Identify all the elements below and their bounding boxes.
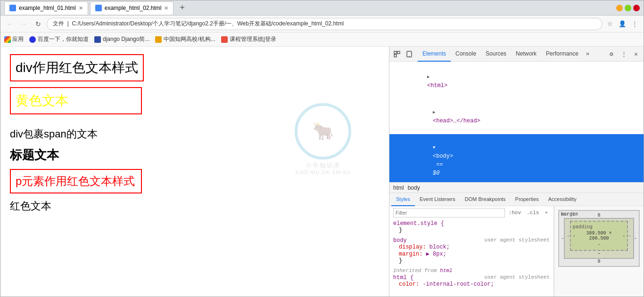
devtools-close-icon[interactable]: ✕ xyxy=(630,48,642,60)
tab-network-label: Network xyxy=(516,50,537,57)
tab-console[interactable]: Console xyxy=(451,47,481,62)
tab-sources[interactable]: Sources xyxy=(481,47,511,62)
close-button[interactable] xyxy=(633,5,640,11)
html-tree: <html> <head>…</head> <body> == $0 <!-- … xyxy=(389,62,644,183)
body-rule-header: body user agent stylesheet xyxy=(393,237,550,244)
div-red-text: div作用红色文本样式 xyxy=(16,60,138,75)
devtools-tabs: Elements Console Sources Network Perform… xyxy=(418,47,605,62)
user-icon[interactable]: 👤 xyxy=(617,19,627,29)
tab-performance[interactable]: Performance xyxy=(541,47,583,62)
plus-button[interactable]: + xyxy=(543,209,550,217)
bookmark-star-icon[interactable]: ☆ xyxy=(605,19,615,29)
django-icon xyxy=(94,36,101,43)
menu-icon[interactable]: ⋮ xyxy=(629,19,640,29)
tab-sources-label: Sources xyxy=(486,50,506,57)
html-prop-color: color: -internal-root-color; xyxy=(399,281,550,288)
element-style-selector: element.style { xyxy=(393,220,550,227)
border-label: border xyxy=(561,212,578,217)
address-input[interactable] xyxy=(47,18,602,30)
address-bar: ← → ↻ ☆ 👤 ⋮ xyxy=(0,16,644,32)
tree-html[interactable]: <html> xyxy=(389,64,644,99)
bottom-tabs: Styles Event Listeners DOM Breakpoints P… xyxy=(389,193,644,206)
html-rule-header: html { user agent stylesheet xyxy=(393,274,550,281)
new-tab-button[interactable]: + xyxy=(175,1,189,15)
tab-styles[interactable]: Styles xyxy=(391,193,415,206)
maximize-button[interactable] xyxy=(625,5,631,11)
baidu-icon xyxy=(29,36,36,43)
body-rule-body: display: block; margin: ▶ 8px; } xyxy=(393,244,550,264)
triangle-body xyxy=(433,143,438,152)
styles-filter-input[interactable] xyxy=(393,208,505,217)
back-button[interactable]: ← xyxy=(4,18,16,30)
tab2-favicon xyxy=(95,5,102,11)
breadcrumb-body[interactable]: body xyxy=(408,185,420,191)
baidu-bookmark[interactable]: 百度一下，你就知道 xyxy=(29,35,89,43)
tab-styles-label: Styles xyxy=(396,196,410,202)
tab-accessibility[interactable]: Accessibility xyxy=(544,193,581,206)
tab-1[interactable]: example_html_01.html ✕ xyxy=(4,1,88,15)
mobile-icon[interactable] xyxy=(404,48,415,60)
tab2-close[interactable]: ✕ xyxy=(164,5,168,11)
inherited-from-html: Inherited from html xyxy=(393,268,550,273)
plain-red-text: 红色文本 xyxy=(10,199,380,213)
settings-icon[interactable]: ⚙ xyxy=(606,48,617,60)
tab-2[interactable]: example_html_02.html ✕ xyxy=(90,1,174,15)
hov-button[interactable]: :hov xyxy=(507,209,523,217)
styles-filter-row: :hov .cls + xyxy=(393,208,550,217)
tab-dom-breakpoints[interactable]: DOM Breakpoints xyxy=(460,193,511,206)
box-model: margin 8 - border xyxy=(554,206,644,297)
element-style-rule: element.style { } xyxy=(393,220,550,233)
p-red-border-element: p元素作用红色文本样式 xyxy=(10,169,142,193)
breadcrumb-html[interactable]: html xyxy=(393,185,404,191)
padding-row: - 389.500 × 296.500 - xyxy=(573,231,626,241)
styles-panel: :hov .cls + element.style { } xyxy=(389,206,554,297)
box-model-inner: border - padding - 389.500 × 296.500 xyxy=(564,218,634,259)
tab1-close[interactable]: ✕ xyxy=(79,5,83,11)
p-red-text: p元素作用红色文本样式 xyxy=(16,175,135,187)
tree-body[interactable]: <body> == $0 xyxy=(389,134,644,183)
heading-text: 标题文本 xyxy=(10,147,380,163)
tab1-label: example_html_01.html xyxy=(19,5,76,11)
tab-properties[interactable]: Properties xyxy=(511,193,544,206)
more-tabs-button[interactable]: » xyxy=(583,50,593,57)
tab-accessibility-label: Accessibility xyxy=(548,196,577,202)
tab-network[interactable]: Network xyxy=(511,47,541,62)
forward-button[interactable]: → xyxy=(18,18,30,30)
body-rule: body user agent stylesheet display: bloc… xyxy=(393,237,550,264)
minimize-button[interactable] xyxy=(616,5,623,11)
margin-middle-row: - border - padding - xyxy=(561,218,637,259)
course-icon xyxy=(221,36,228,43)
svg-rect-0 xyxy=(394,51,396,54)
django-bookmark[interactable]: django Django简... xyxy=(94,35,149,43)
tab-event-listeners[interactable]: Event Listeners xyxy=(415,193,460,206)
devtools-more-icon[interactable]: ⋮ xyxy=(618,48,629,60)
baidu-label: 百度一下，你就知道 xyxy=(38,35,89,43)
box-model-content: padding - 389.500 × 296.500 - - xyxy=(570,221,628,251)
border-row: - padding - 389.500 × 296.500 - xyxy=(567,221,631,251)
margin-bottom-row: 8 xyxy=(561,259,637,264)
refresh-button[interactable]: ↻ xyxy=(33,18,44,30)
svg-rect-2 xyxy=(397,51,400,54)
china-bookmark[interactable]: 中国知网高校/机构... xyxy=(155,35,215,43)
margin-bottom-value: 8 xyxy=(597,259,600,264)
svg-rect-1 xyxy=(394,55,396,57)
cls-button[interactable]: .cls xyxy=(525,209,541,217)
inspect-icon[interactable] xyxy=(391,48,403,60)
apps-bookmark[interactable]: 应用 xyxy=(4,35,24,43)
content-dims: 389.500 × 296.500 xyxy=(576,231,623,241)
window-controls xyxy=(616,5,640,11)
box-model-outer: margin 8 - border xyxy=(558,210,640,267)
page-content: 🐂 小牛知识库 XIAO NIU ZHI SHI KU div作用红色文本样式 … xyxy=(0,47,389,297)
body-prop-margin: margin: ▶ 8px; xyxy=(399,250,550,257)
watermark-en: XIAO NIU ZHI SHI KU xyxy=(295,170,351,175)
div-yellow-border-element: 黄色文本 xyxy=(10,87,142,114)
triangle-html xyxy=(427,72,432,81)
devtools-right-buttons: ⚙ ⋮ ✕ xyxy=(606,48,642,60)
tree-head[interactable]: <head>…</head> xyxy=(389,99,644,134)
tab-elements[interactable]: Elements xyxy=(418,47,451,62)
margin-top-right xyxy=(634,213,637,218)
course-bookmark[interactable]: 课程管理系统|登录 xyxy=(221,35,276,43)
svg-point-4 xyxy=(409,56,409,56)
span-wrap-text: div包裹span的文本 xyxy=(10,127,380,141)
china-label: 中国知网高校/机构... xyxy=(164,35,215,43)
